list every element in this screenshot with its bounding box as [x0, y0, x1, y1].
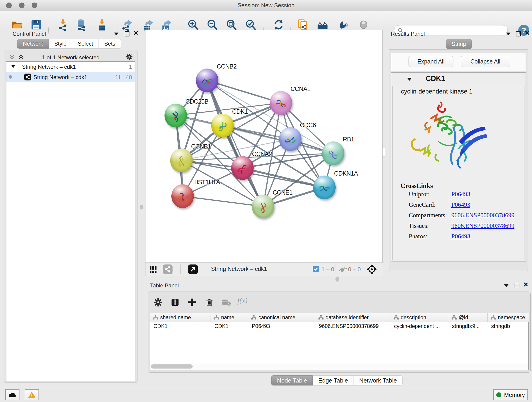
horizontal-scrollbar[interactable]: [150, 363, 528, 370]
network-node-CDC25B[interactable]: [165, 104, 187, 128]
tab-sets[interactable]: Sets: [99, 39, 121, 49]
refresh-icon[interactable]: [273, 19, 285, 31]
cell-6[interactable]: stringdb: [488, 322, 530, 331]
cell-4[interactable]: cyclin-dependent ...: [390, 322, 448, 331]
current-network-dot-icon: [9, 75, 12, 79]
separator: [335, 264, 336, 274]
tab-node-table[interactable]: Node Table: [271, 375, 313, 385]
export-table-icon[interactable]: [142, 19, 154, 31]
crosslink-tissues-link[interactable]: 9606.ENSP00000378699: [451, 222, 514, 230]
collection-expand-icon[interactable]: [12, 65, 15, 68]
collapse-all-button[interactable]: Collapse All: [461, 56, 510, 67]
selected-nodes-checkbox-icon[interactable]: [313, 266, 319, 272]
column-header-1[interactable]: name: [211, 313, 248, 322]
crosslink-compartments-link[interactable]: 9606.ENSP00000378699: [451, 212, 514, 219]
table-panel: Table Panel ✕ f(x) shared namenamecanoni…: [145, 281, 532, 386]
export-image-icon[interactable]: [161, 19, 172, 31]
tab-network-table[interactable]: Network Table: [354, 375, 403, 385]
column-header-3[interactable]: database identifier: [315, 313, 390, 322]
network-node-CDC6[interactable]: [279, 127, 302, 151]
tab-string[interactable]: String: [446, 39, 472, 49]
column-header-2[interactable]: canonical name: [248, 313, 315, 322]
hide-selected-icon[interactable]: [337, 19, 349, 31]
network-node-CDKN1A[interactable]: [313, 176, 336, 199]
zoom-fit-icon[interactable]: [225, 19, 237, 31]
maximize-panel-icon[interactable]: [516, 31, 521, 36]
memory-button[interactable]: Memory: [493, 389, 528, 400]
open-in-window-icon[interactable]: [188, 264, 198, 274]
separator: [180, 264, 181, 274]
cell-0[interactable]: CDK1: [150, 322, 211, 331]
zoom-out-icon[interactable]: [206, 19, 218, 31]
show-all-icon[interactable]: [358, 19, 370, 31]
cell-1[interactable]: CDK1: [211, 322, 248, 331]
close-panel-icon[interactable]: ✕: [133, 29, 139, 37]
float-panel-icon[interactable]: [114, 32, 119, 35]
tab-edge-table[interactable]: Edge Table: [313, 375, 354, 385]
network-node-CDK1[interactable]: [211, 114, 234, 138]
network-node-HIST1H1A[interactable]: [171, 184, 194, 208]
column-label: database identifier: [326, 314, 369, 321]
network-node-CCNB2[interactable]: [196, 69, 218, 92]
birds-eye-view-icon[interactable]: [367, 264, 377, 274]
node-label-CDC25B: CDC25B: [185, 98, 209, 105]
table-options-gear-icon[interactable]: [153, 297, 163, 307]
show-columns-icon[interactable]: [170, 297, 180, 307]
node-label-CDK1: CDK1: [232, 108, 248, 115]
cell-5[interactable]: stringdb:9...: [448, 322, 488, 331]
collapse-gene-icon[interactable]: [407, 78, 412, 81]
network-collection-row[interactable]: String Network – cdk1 1: [6, 62, 135, 72]
scrollbar-thumb[interactable]: [151, 364, 193, 369]
network-row-selected[interactable]: String Network – cdk1 11 48: [6, 72, 135, 82]
delete-column-icon[interactable]: [204, 297, 215, 307]
grid-view-icon[interactable]: [149, 265, 157, 273]
column-label: canonical name: [259, 314, 295, 321]
network-canvas-panel[interactable]: CCNB2CCNA1CDC25BCDK1CDC6RB1CCNB1CCNA2CDK…: [145, 30, 383, 262]
column-header-4[interactable]: description: [390, 313, 448, 322]
results-panel-title: Results Panel: [391, 31, 425, 37]
tab-network[interactable]: Network: [17, 39, 49, 49]
create-column-icon[interactable]: [187, 297, 197, 307]
crosslink-pharos-link[interactable]: P06493: [451, 233, 470, 240]
column-header-5[interactable]: @id: [448, 313, 488, 322]
zoom-in-icon[interactable]: [187, 19, 199, 31]
network-overview-icon[interactable]: [163, 264, 172, 274]
column-tree-icon: [394, 315, 399, 320]
close-panel-icon[interactable]: ✕: [525, 29, 530, 37]
warning-status-button[interactable]: [25, 389, 39, 400]
collection-label: String Network – cdk1: [22, 64, 76, 70]
cell-2[interactable]: P06493: [248, 322, 315, 331]
network-edge-CCNE1-HIST1H1A[interactable]: [183, 196, 263, 206]
crosslink-genecard-link[interactable]: P06493: [451, 201, 470, 208]
network-node-CCNA2[interactable]: [231, 156, 254, 180]
close-panel-icon[interactable]: ✕: [523, 281, 529, 288]
network-node-CCNA1[interactable]: [270, 91, 292, 115]
network-node-CCNB1[interactable]: [170, 148, 193, 172]
cell-3[interactable]: 9606.ENSP00000378699: [315, 322, 390, 331]
column-header-0[interactable]: shared name: [150, 313, 211, 322]
crosslink-uniprot-link[interactable]: P06493: [451, 191, 470, 198]
float-panel-icon[interactable]: [506, 32, 510, 35]
zoom-selected-icon[interactable]: [245, 19, 257, 31]
network-node-RB1[interactable]: [322, 141, 344, 165]
network-edge-CCNB2-CCNA1[interactable]: [207, 80, 281, 103]
network-edge-CCNB2-CCNE1[interactable]: [207, 80, 263, 206]
float-panel-icon[interactable]: [504, 284, 509, 287]
gene-name: CDK1: [426, 75, 445, 83]
maximize-panel-icon[interactable]: [515, 283, 519, 288]
cloud-status-button[interactable]: [5, 389, 19, 400]
network-node-count: 11: [115, 74, 121, 80]
column-label: namespace: [498, 314, 525, 321]
maximize-panel-icon[interactable]: [125, 31, 129, 36]
tab-style[interactable]: Style: [49, 39, 72, 49]
expand-all-button[interactable]: Expand All: [409, 56, 453, 67]
copy-network-icon[interactable]: [297, 19, 309, 31]
first-neighbors-icon[interactable]: [317, 19, 329, 31]
crosslink-label: Compartments:: [409, 212, 447, 219]
column-header-6[interactable]: namespace: [488, 313, 530, 322]
horizontal-splitter-handle[interactable]: [336, 277, 339, 282]
left-splitter-handle[interactable]: [140, 205, 143, 210]
network-options-gear-icon[interactable]: [125, 53, 133, 61]
network-node-CCNE1[interactable]: [252, 195, 274, 218]
tab-select[interactable]: Select: [72, 39, 99, 49]
